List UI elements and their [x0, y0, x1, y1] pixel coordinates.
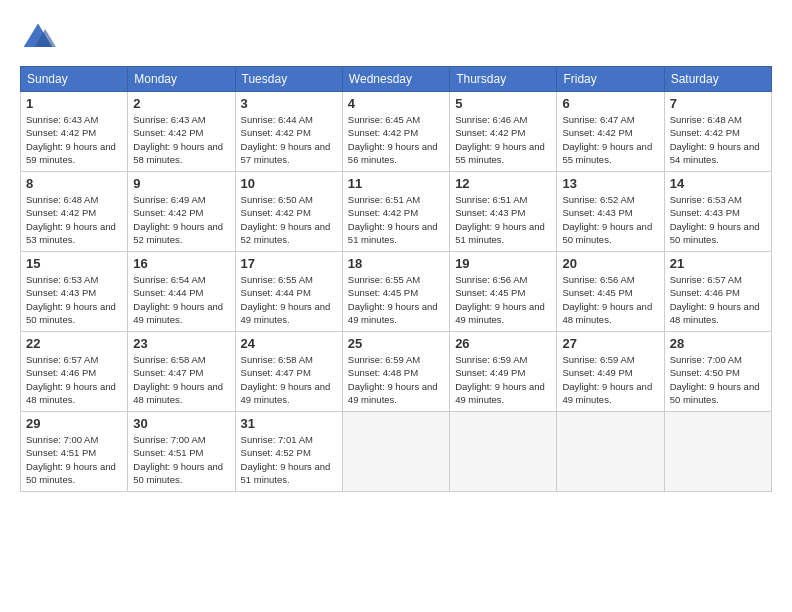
calendar-day [557, 412, 664, 492]
calendar: SundayMondayTuesdayWednesdayThursdayFrid… [20, 66, 772, 492]
day-number: 27 [562, 336, 658, 351]
calendar-day: 25Sunrise: 6:59 AMSunset: 4:48 PMDayligh… [342, 332, 449, 412]
day-info: Sunrise: 6:55 AMSunset: 4:44 PMDaylight:… [241, 273, 337, 326]
calendar-day [664, 412, 771, 492]
day-info: Sunrise: 6:53 AMSunset: 4:43 PMDaylight:… [26, 273, 122, 326]
logo-icon [20, 20, 56, 56]
calendar-day: 7Sunrise: 6:48 AMSunset: 4:42 PMDaylight… [664, 92, 771, 172]
weekday-header: Friday [557, 67, 664, 92]
day-number: 31 [241, 416, 337, 431]
day-info: Sunrise: 6:50 AMSunset: 4:42 PMDaylight:… [241, 193, 337, 246]
day-info: Sunrise: 7:00 AMSunset: 4:51 PMDaylight:… [26, 433, 122, 486]
weekday-header: Thursday [450, 67, 557, 92]
day-number: 26 [455, 336, 551, 351]
day-info: Sunrise: 6:56 AMSunset: 4:45 PMDaylight:… [562, 273, 658, 326]
calendar-day: 21Sunrise: 6:57 AMSunset: 4:46 PMDayligh… [664, 252, 771, 332]
day-number: 8 [26, 176, 122, 191]
day-number: 21 [670, 256, 766, 271]
calendar-day: 8Sunrise: 6:48 AMSunset: 4:42 PMDaylight… [21, 172, 128, 252]
day-info: Sunrise: 6:56 AMSunset: 4:45 PMDaylight:… [455, 273, 551, 326]
calendar-day: 20Sunrise: 6:56 AMSunset: 4:45 PMDayligh… [557, 252, 664, 332]
day-number: 2 [133, 96, 229, 111]
calendar-day: 28Sunrise: 7:00 AMSunset: 4:50 PMDayligh… [664, 332, 771, 412]
calendar-week-row: 22Sunrise: 6:57 AMSunset: 4:46 PMDayligh… [21, 332, 772, 412]
calendar-day: 22Sunrise: 6:57 AMSunset: 4:46 PMDayligh… [21, 332, 128, 412]
day-info: Sunrise: 6:55 AMSunset: 4:45 PMDaylight:… [348, 273, 444, 326]
calendar-day: 6Sunrise: 6:47 AMSunset: 4:42 PMDaylight… [557, 92, 664, 172]
calendar-day [450, 412, 557, 492]
day-number: 9 [133, 176, 229, 191]
day-number: 7 [670, 96, 766, 111]
page-header [20, 20, 772, 56]
day-number: 16 [133, 256, 229, 271]
day-info: Sunrise: 6:51 AMSunset: 4:42 PMDaylight:… [348, 193, 444, 246]
day-number: 6 [562, 96, 658, 111]
weekday-header: Wednesday [342, 67, 449, 92]
calendar-day: 29Sunrise: 7:00 AMSunset: 4:51 PMDayligh… [21, 412, 128, 492]
day-info: Sunrise: 6:47 AMSunset: 4:42 PMDaylight:… [562, 113, 658, 166]
calendar-day: 24Sunrise: 6:58 AMSunset: 4:47 PMDayligh… [235, 332, 342, 412]
day-number: 29 [26, 416, 122, 431]
day-info: Sunrise: 6:57 AMSunset: 4:46 PMDaylight:… [670, 273, 766, 326]
day-number: 13 [562, 176, 658, 191]
day-info: Sunrise: 6:59 AMSunset: 4:48 PMDaylight:… [348, 353, 444, 406]
day-number: 17 [241, 256, 337, 271]
calendar-day: 18Sunrise: 6:55 AMSunset: 4:45 PMDayligh… [342, 252, 449, 332]
calendar-week-row: 29Sunrise: 7:00 AMSunset: 4:51 PMDayligh… [21, 412, 772, 492]
calendar-day: 10Sunrise: 6:50 AMSunset: 4:42 PMDayligh… [235, 172, 342, 252]
calendar-day: 27Sunrise: 6:59 AMSunset: 4:49 PMDayligh… [557, 332, 664, 412]
day-number: 24 [241, 336, 337, 351]
day-info: Sunrise: 6:54 AMSunset: 4:44 PMDaylight:… [133, 273, 229, 326]
calendar-day: 17Sunrise: 6:55 AMSunset: 4:44 PMDayligh… [235, 252, 342, 332]
calendar-day: 5Sunrise: 6:46 AMSunset: 4:42 PMDaylight… [450, 92, 557, 172]
weekday-header: Tuesday [235, 67, 342, 92]
calendar-day [342, 412, 449, 492]
day-info: Sunrise: 7:00 AMSunset: 4:50 PMDaylight:… [670, 353, 766, 406]
day-number: 23 [133, 336, 229, 351]
calendar-day: 4Sunrise: 6:45 AMSunset: 4:42 PMDaylight… [342, 92, 449, 172]
day-info: Sunrise: 6:43 AMSunset: 4:42 PMDaylight:… [133, 113, 229, 166]
calendar-day: 11Sunrise: 6:51 AMSunset: 4:42 PMDayligh… [342, 172, 449, 252]
calendar-day: 1Sunrise: 6:43 AMSunset: 4:42 PMDaylight… [21, 92, 128, 172]
day-info: Sunrise: 6:44 AMSunset: 4:42 PMDaylight:… [241, 113, 337, 166]
day-info: Sunrise: 6:53 AMSunset: 4:43 PMDaylight:… [670, 193, 766, 246]
day-info: Sunrise: 6:58 AMSunset: 4:47 PMDaylight:… [241, 353, 337, 406]
weekday-header: Monday [128, 67, 235, 92]
calendar-week-row: 8Sunrise: 6:48 AMSunset: 4:42 PMDaylight… [21, 172, 772, 252]
calendar-day: 14Sunrise: 6:53 AMSunset: 4:43 PMDayligh… [664, 172, 771, 252]
day-number: 12 [455, 176, 551, 191]
day-number: 10 [241, 176, 337, 191]
day-number: 11 [348, 176, 444, 191]
calendar-day: 12Sunrise: 6:51 AMSunset: 4:43 PMDayligh… [450, 172, 557, 252]
day-info: Sunrise: 6:51 AMSunset: 4:43 PMDaylight:… [455, 193, 551, 246]
day-number: 22 [26, 336, 122, 351]
day-number: 3 [241, 96, 337, 111]
day-info: Sunrise: 6:59 AMSunset: 4:49 PMDaylight:… [562, 353, 658, 406]
day-info: Sunrise: 7:00 AMSunset: 4:51 PMDaylight:… [133, 433, 229, 486]
day-info: Sunrise: 6:48 AMSunset: 4:42 PMDaylight:… [26, 193, 122, 246]
day-info: Sunrise: 6:45 AMSunset: 4:42 PMDaylight:… [348, 113, 444, 166]
calendar-day: 15Sunrise: 6:53 AMSunset: 4:43 PMDayligh… [21, 252, 128, 332]
day-info: Sunrise: 6:58 AMSunset: 4:47 PMDaylight:… [133, 353, 229, 406]
day-number: 15 [26, 256, 122, 271]
calendar-day: 16Sunrise: 6:54 AMSunset: 4:44 PMDayligh… [128, 252, 235, 332]
day-number: 28 [670, 336, 766, 351]
weekday-header-row: SundayMondayTuesdayWednesdayThursdayFrid… [21, 67, 772, 92]
calendar-day: 26Sunrise: 6:59 AMSunset: 4:49 PMDayligh… [450, 332, 557, 412]
day-number: 18 [348, 256, 444, 271]
day-number: 19 [455, 256, 551, 271]
calendar-week-row: 15Sunrise: 6:53 AMSunset: 4:43 PMDayligh… [21, 252, 772, 332]
calendar-day: 23Sunrise: 6:58 AMSunset: 4:47 PMDayligh… [128, 332, 235, 412]
calendar-day: 3Sunrise: 6:44 AMSunset: 4:42 PMDaylight… [235, 92, 342, 172]
weekday-header: Saturday [664, 67, 771, 92]
day-info: Sunrise: 7:01 AMSunset: 4:52 PMDaylight:… [241, 433, 337, 486]
day-info: Sunrise: 6:48 AMSunset: 4:42 PMDaylight:… [670, 113, 766, 166]
day-number: 20 [562, 256, 658, 271]
logo [20, 20, 62, 56]
calendar-day: 19Sunrise: 6:56 AMSunset: 4:45 PMDayligh… [450, 252, 557, 332]
day-number: 25 [348, 336, 444, 351]
day-number: 5 [455, 96, 551, 111]
day-number: 14 [670, 176, 766, 191]
day-number: 1 [26, 96, 122, 111]
weekday-header: Sunday [21, 67, 128, 92]
